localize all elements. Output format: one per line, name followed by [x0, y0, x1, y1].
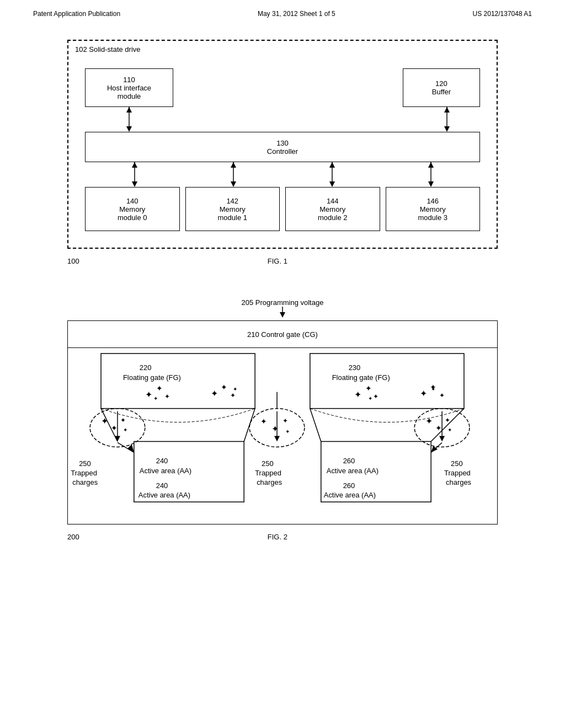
svg-text:✦: ✦: [447, 427, 452, 433]
fig1-number: 100: [67, 257, 79, 265]
fig1-diagram: 102 Solid-state drive 110Host interfacem…: [67, 40, 498, 265]
fig2-label: FIG. 2: [268, 533, 287, 541]
svg-text:✦: ✦: [439, 392, 445, 399]
svg-text:✦: ✦: [233, 386, 237, 392]
svg-marker-17: [329, 181, 335, 187]
svg-line-70: [244, 409, 255, 442]
arrow-ctrl-to-mem1: [227, 162, 240, 187]
svg-marker-3: [126, 107, 132, 113]
svg-text:Trapped: Trapped: [255, 469, 281, 477]
svg-text:260: 260: [343, 481, 355, 490]
ssd-label: 102 Solid-state drive: [75, 45, 141, 53]
memory-module-2: 144Memorymodule 2: [285, 187, 380, 231]
memory-modules-row: 140Memorymodule 0 142Memorymodule 1 144M…: [85, 187, 480, 231]
svg-text:✦: ✦: [123, 427, 127, 433]
header-left: Patent Application Publication: [33, 10, 120, 18]
fig1-label: FIG. 1: [268, 257, 287, 265]
svg-text:Active area (AA): Active area (AA): [327, 467, 379, 475]
svg-text:260: 260: [343, 457, 355, 465]
svg-marker-9: [132, 181, 137, 187]
svg-marker-7: [444, 107, 450, 113]
svg-text:✦: ✦: [271, 424, 279, 433]
svg-text:✦: ✦: [365, 384, 372, 393]
svg-marker-13: [231, 181, 236, 187]
svg-marker-21: [428, 181, 434, 187]
svg-text:✦: ✦: [145, 390, 152, 399]
svg-text:✦: ✦: [230, 392, 236, 399]
svg-text:230: 230: [349, 363, 361, 372]
header-right: US 2012/137048 A1: [473, 10, 532, 18]
svg-text:✦: ✦: [435, 424, 442, 432]
buffer-label: 120Buffer: [432, 79, 451, 96]
svg-line-71: [310, 409, 321, 442]
arrow-ctrl-to-mem2: [326, 162, 339, 187]
svg-text:✦: ✦: [211, 389, 218, 398]
cg-label: 210 Control gate (CG): [247, 330, 318, 339]
svg-marker-19: [329, 162, 335, 168]
svg-marker-1: [126, 126, 132, 132]
host-interface-box: 110Host interfacemodule: [85, 68, 173, 107]
svg-marker-11: [132, 162, 137, 168]
svg-text:✦: ✦: [368, 395, 372, 402]
svg-marker-81: [115, 436, 120, 442]
svg-text:✦: ✦: [285, 429, 290, 435]
svg-text:Trapped: Trapped: [444, 469, 471, 477]
host-interface-label: 110Host interfacemodule: [107, 76, 151, 100]
controller-label: 130Controller: [267, 139, 298, 156]
svg-text:✦: ✦: [282, 417, 288, 425]
controller-box: 130Controller: [85, 132, 480, 162]
svg-text:Active area (AA): Active area (AA): [138, 491, 190, 499]
svg-text:✦: ✦: [420, 389, 427, 398]
arrow-hi-to-ctrl: [122, 107, 136, 132]
svg-text:✦: ✦: [164, 393, 170, 400]
memory-module-3: 146Memorymodule 3: [386, 187, 481, 231]
svg-marker-15: [231, 162, 236, 168]
svg-text:✦: ✦: [120, 416, 126, 424]
svg-text:Floating gate (FG): Floating gate (FG): [123, 373, 181, 382]
svg-text:✦: ✦: [221, 383, 227, 392]
prog-voltage-arrow: [277, 307, 288, 318]
page-header: Patent Application Publication May 31, 2…: [0, 0, 565, 23]
svg-text:Active area (AA): Active area (AA): [140, 467, 191, 475]
svg-marker-76: [274, 436, 280, 442]
svg-marker-23: [428, 162, 434, 168]
arrow-ctrl-to-mem3: [424, 162, 438, 187]
svg-text:charges: charges: [72, 478, 98, 486]
svg-marker-83: [439, 436, 445, 442]
svg-text:250: 250: [451, 459, 463, 468]
svg-marker-5: [444, 126, 450, 132]
svg-text:✦: ✦: [431, 386, 435, 392]
svg-text:240: 240: [156, 457, 168, 465]
fg-diagram-svg: 220 Floating gate (FG) 230 Floating gate…: [67, 348, 498, 524]
svg-text:✦: ✦: [153, 395, 158, 402]
svg-text:250: 250: [79, 459, 91, 468]
header-middle: May 31, 2012 Sheet 1 of 5: [258, 10, 335, 18]
control-gate-box: 210 Control gate (CG): [67, 320, 498, 348]
svg-text:✦: ✦: [260, 417, 267, 426]
svg-text:charges: charges: [257, 478, 282, 486]
fig2-number: 200: [67, 533, 79, 541]
prog-voltage-label: 205 Programming voltage: [242, 298, 324, 307]
buffer-box: 120Buffer: [403, 68, 480, 107]
svg-text:240: 240: [156, 481, 168, 490]
svg-text:220: 220: [140, 363, 152, 372]
svg-text:✦: ✦: [354, 390, 361, 399]
svg-text:250: 250: [262, 459, 274, 468]
svg-marker-25: [280, 312, 285, 318]
svg-text:Active area (AA): Active area (AA): [324, 491, 376, 499]
svg-text:Trapped: Trapped: [71, 469, 97, 477]
arrow-ctrl-to-mem0: [128, 162, 141, 187]
ssd-box: 102 Solid-state drive 110Host interfacem…: [67, 40, 498, 249]
memory-module-0: 140Memorymodule 0: [85, 187, 180, 231]
svg-text:✦: ✦: [373, 393, 379, 400]
memory-module-1: 142Memorymodule 1: [185, 187, 280, 231]
fig2-diagram: 205 Programming voltage 210 Control gate…: [67, 298, 498, 541]
svg-text:charges: charges: [446, 478, 471, 486]
svg-text:✦: ✦: [156, 384, 163, 393]
svg-text:Floating gate (FG): Floating gate (FG): [332, 373, 390, 382]
arrow-buf-to-ctrl: [440, 107, 454, 132]
